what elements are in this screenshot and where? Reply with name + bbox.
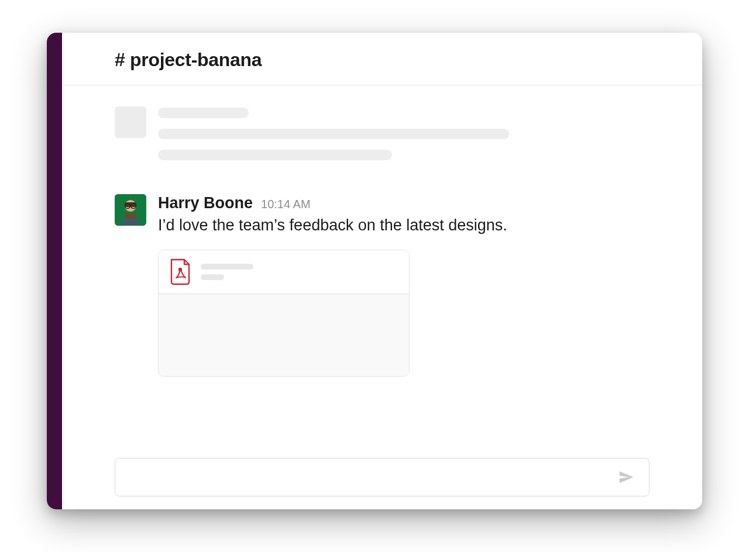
attachment-header <box>159 250 409 294</box>
message-placeholder <box>115 106 650 171</box>
placeholder-line <box>158 150 392 160</box>
message-text: I’d love the team’s feedback on the late… <box>158 215 650 236</box>
placeholder-line <box>201 264 253 270</box>
attachment-preview <box>159 294 409 376</box>
message-header: Harry Boone 10:14 AM <box>158 194 650 212</box>
placeholder-line <box>201 274 224 280</box>
placeholder-line <box>158 129 509 139</box>
main-panel: # project-banana <box>62 33 702 509</box>
message-list: Harry Boone 10:14 AM I’d love the team’s… <box>62 85 702 458</box>
sender-avatar[interactable] <box>115 194 146 226</box>
pdf-file-icon <box>169 258 191 285</box>
attachment-meta-placeholder <box>201 264 398 280</box>
svg-rect-6 <box>122 219 139 226</box>
channel-name[interactable]: # project-banana <box>115 49 702 71</box>
chat-window: # project-banana <box>47 33 702 509</box>
message: Harry Boone 10:14 AM I’d love the team’s… <box>115 194 650 377</box>
message-body: Harry Boone 10:14 AM I’d love the team’s… <box>158 194 650 377</box>
channel-name-text: project-banana <box>130 49 262 70</box>
placeholder-lines <box>158 106 650 171</box>
channel-header: # project-banana <box>62 33 702 85</box>
channel-prefix: # <box>115 49 125 70</box>
placeholder-avatar <box>115 106 146 138</box>
composer-input[interactable] <box>127 471 615 484</box>
file-attachment[interactable] <box>158 250 410 377</box>
placeholder-line <box>158 108 249 118</box>
sidebar-stripe <box>47 33 62 509</box>
message-timestamp: 10:14 AM <box>261 198 311 211</box>
send-icon <box>617 468 635 486</box>
sender-name[interactable]: Harry Boone <box>158 194 253 212</box>
message-composer[interactable] <box>115 458 650 496</box>
send-button[interactable] <box>615 466 637 488</box>
